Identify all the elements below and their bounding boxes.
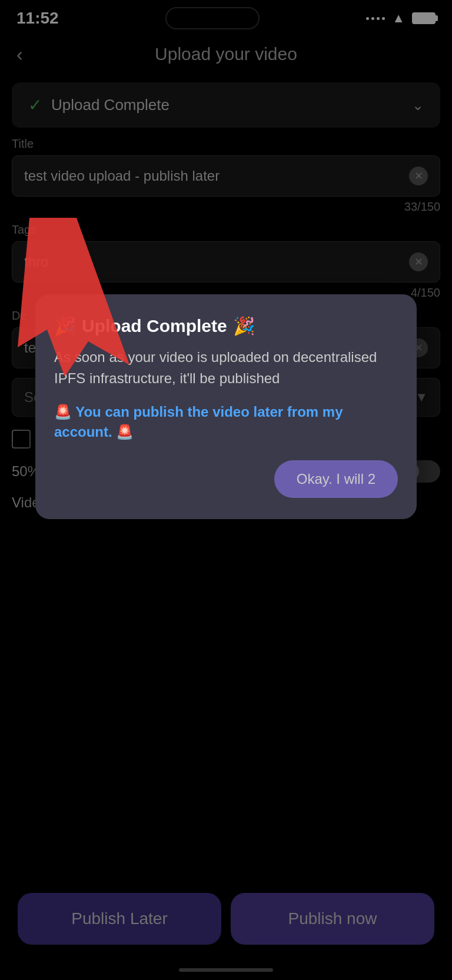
- modal-link-content: You can publish the video later from my …: [54, 404, 343, 440]
- modal-okay-button[interactable]: Okay. I will 2: [274, 460, 398, 498]
- modal-link-emoji2: 🚨: [116, 424, 134, 440]
- modal-link-emoji1: 🚨: [54, 404, 72, 420]
- modal-link-text: 🚨 You can publish the video later from m…: [54, 402, 398, 441]
- svg-marker-1: [18, 218, 129, 377]
- modal-button-row: Okay. I will 2: [54, 460, 398, 498]
- modal-title-emoji2: 🎉: [233, 315, 255, 336]
- annotation-arrow: [18, 212, 135, 377]
